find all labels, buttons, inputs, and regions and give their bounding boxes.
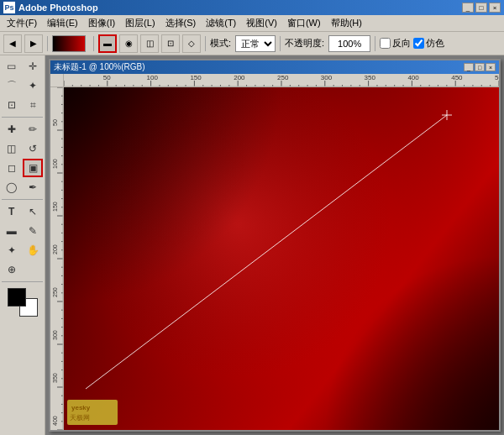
tool-row-2: ⌒ ✦: [2, 76, 43, 95]
toolbar-sep-3: [205, 36, 206, 51]
canvas-window: 未标题-1 @ 100%(RGB) _ □ ×: [49, 59, 501, 432]
toolbar-gradient-reflect[interactable]: ⊡: [161, 34, 180, 53]
canvas-win-buttons[interactable]: _ □ ×: [464, 63, 496, 71]
toolbar-gradient-diamond[interactable]: ◇: [182, 34, 201, 53]
tool-row-7: ◯ ✒: [2, 178, 43, 197]
menu-item-v[interactable]: 视图(V): [241, 15, 282, 31]
reverse-checkbox[interactable]: [380, 38, 391, 49]
toolbar-gradient-radial[interactable]: ◉: [119, 34, 138, 53]
opacity-label: 不透明度:: [285, 37, 324, 50]
canvas-title: 未标题-1 @ 100%(RGB): [54, 61, 464, 73]
tool-marquee[interactable]: ▭: [2, 57, 22, 76]
canvas-row: yesky 天极网: [50, 87, 499, 430]
menu-item-l[interactable]: 图层(L): [120, 15, 160, 31]
toolbar-sep-4: [280, 36, 281, 51]
toolbar: ◀ ▶ ▬ ◉ ◫ ⊡ ◇ 模式: 正常 不透明度: 反向 仿色: [0, 32, 504, 55]
app-icon: Ps: [3, 2, 15, 13]
toolbar-nav-next[interactable]: ▶: [24, 34, 43, 53]
menu-item-s[interactable]: 选择(S): [160, 15, 202, 31]
toolbar-sep-1: [47, 36, 48, 51]
svg-text:yesky: yesky: [71, 404, 91, 411]
reverse-label: 反向: [392, 37, 411, 50]
tool-text[interactable]: T: [2, 202, 22, 221]
toolbar-gradient-linear[interactable]: ▬: [98, 34, 117, 53]
tool-eraser[interactable]: ◻: [2, 159, 21, 177]
window-controls[interactable]: _ □ ×: [462, 3, 501, 13]
tool-row-10: ✦ ✋: [2, 241, 43, 259]
tool-pen[interactable]: ✒: [24, 178, 44, 197]
svg-text:天极网: 天极网: [70, 414, 90, 422]
tool-row-6: ◻ ▣: [2, 159, 43, 177]
ruler-corner: [50, 74, 64, 87]
canvas-title-bar: 未标题-1 @ 100%(RGB) _ □ ×: [50, 60, 499, 74]
tool-row-8: T ↖: [2, 202, 43, 221]
toolbox: ▭ ✛ ⌒ ✦ ⊡ ⌗ ✚ ✏ ◫ ↺ ◻ ▣ ◯ ✒ T: [0, 55, 45, 435]
canvas-content[interactable]: [64, 87, 499, 430]
tool-row-5: ◫ ↺: [2, 139, 43, 158]
menu-item-i[interactable]: 图像(I): [83, 15, 120, 31]
canvas-minimize[interactable]: _: [464, 63, 474, 71]
tool-hand[interactable]: ✋: [24, 241, 44, 259]
canvas-area[interactable]: yesky 天极网: [64, 87, 499, 430]
opacity-input[interactable]: [328, 35, 370, 52]
reverse-checkbox-label[interactable]: 反向: [380, 37, 411, 50]
simulate-checkbox[interactable]: [413, 38, 424, 49]
toolbar-gradient-angle[interactable]: ◫: [140, 34, 159, 53]
menu-item-f[interactable]: 文件(F): [2, 15, 42, 31]
simulate-label: 仿色: [426, 37, 444, 50]
tool-slice[interactable]: ⌗: [24, 96, 44, 114]
tool-magic-wand[interactable]: ✦: [24, 76, 44, 95]
left-ruler: [50, 87, 64, 430]
tool-row-9: ▬ ✎: [2, 222, 43, 240]
top-ruler-row: [50, 74, 499, 87]
menu-bar: 文件(F)编辑(E)图像(I)图层(L)选择(S)滤镜(T)视图(V)窗口(W)…: [0, 15, 504, 32]
tool-brush[interactable]: ✏: [24, 120, 44, 139]
toolbox-sep-2: [2, 199, 43, 200]
horizontal-ruler: [64, 74, 499, 87]
canvas-maximize[interactable]: □: [475, 63, 485, 71]
tool-shape[interactable]: ▬: [2, 222, 22, 240]
tool-healing[interactable]: ✚: [2, 120, 22, 139]
toolbar-sep-5: [375, 36, 375, 51]
tool-notes[interactable]: ✎: [24, 222, 44, 240]
close-button[interactable]: ×: [489, 3, 501, 13]
tool-eyedropper[interactable]: ✦: [2, 241, 22, 259]
tool-move[interactable]: ✛: [24, 57, 44, 76]
tool-row-3: ⊡ ⌗: [2, 96, 43, 114]
maximize-button[interactable]: □: [475, 3, 487, 13]
color-swatch-area: [2, 288, 43, 317]
canvas-close[interactable]: ×: [486, 63, 496, 71]
main-area: ▭ ✛ ⌒ ✦ ⊡ ⌗ ✚ ✏ ◫ ↺ ◻ ▣ ◯ ✒ T: [0, 55, 504, 435]
title-bar: Ps Adobe Photoshop _ □ ×: [0, 0, 504, 15]
tool-gradient[interactable]: ▣: [23, 159, 43, 177]
menu-item-w[interactable]: 窗口(W): [282, 15, 326, 31]
tool-zoom[interactable]: ⊕: [2, 260, 22, 279]
simulate-checkbox-label[interactable]: 仿色: [413, 37, 444, 50]
menu-item-t[interactable]: 滤镜(T): [201, 15, 241, 31]
tool-row-4: ✚ ✏: [2, 120, 43, 139]
vertical-ruler: [50, 87, 64, 430]
toolbar-sep-2: [93, 36, 94, 51]
tool-dodge[interactable]: ◯: [2, 178, 22, 197]
menu-item-e[interactable]: 编辑(E): [42, 15, 83, 31]
tool-lasso[interactable]: ⌒: [2, 76, 22, 95]
tool-crop[interactable]: ⊡: [2, 96, 22, 114]
fg-bg-swatches[interactable]: [8, 288, 38, 317]
tool-path-select[interactable]: ↖: [24, 202, 44, 221]
fg-color-swatch[interactable]: [8, 288, 26, 307]
watermark: yesky 天极网: [67, 400, 118, 427]
toolbar-gradient-preview[interactable]: [52, 35, 86, 52]
toolbox-sep-1: [2, 117, 43, 118]
mode-label: 模式:: [210, 37, 231, 50]
mode-select[interactable]: 正常: [235, 35, 276, 52]
menu-item-h[interactable]: 帮助(H): [326, 15, 367, 31]
top-ruler: [64, 74, 499, 87]
minimize-button[interactable]: _: [462, 3, 474, 13]
tool-history-brush[interactable]: ↺: [24, 139, 44, 158]
tool-row-1: ▭ ✛: [2, 57, 43, 76]
toolbar-nav-prev[interactable]: ◀: [3, 34, 22, 53]
tool-clone[interactable]: ◫: [2, 139, 22, 158]
canvas-with-rulers: yesky 天极网: [50, 74, 499, 430]
toolbox-sep-3: [2, 281, 43, 282]
app-title: Adobe Photoshop: [18, 3, 462, 13]
